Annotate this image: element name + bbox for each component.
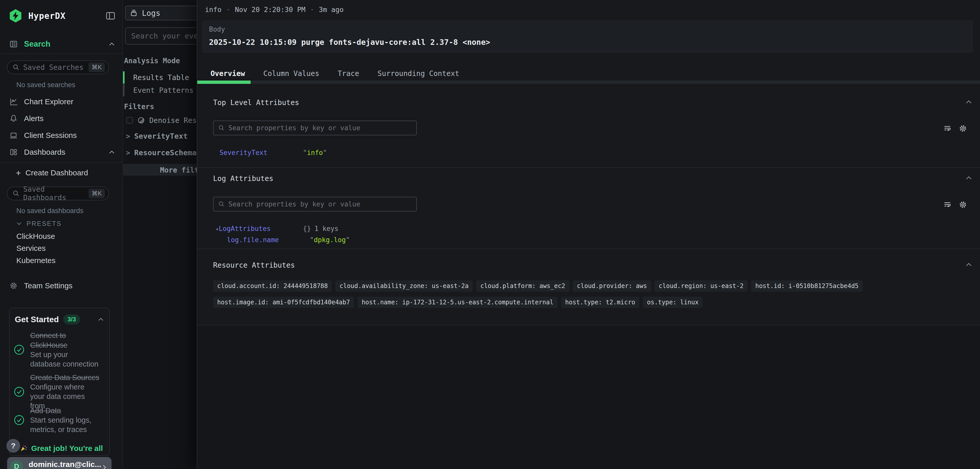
sidebar-item-label: Dashboards [24,148,65,157]
tree-caret-icon: ▾ [216,226,219,232]
sidebar-item-search[interactable]: Search [9,37,116,51]
search-icon [218,201,225,208]
divider [0,162,123,163]
denoise-label: Denoise Resul [149,116,197,125]
gear-icon[interactable] [959,124,967,133]
attribute-key[interactable]: log.file.name [227,236,279,244]
tree-root-key[interactable]: ▾LogAttributes [216,225,271,233]
saved-searches-input[interactable]: Saved Searches ⌘K [7,60,109,74]
step-title: Add Data [30,407,61,415]
chevron-up-icon [108,149,116,155]
search-filter-panel: Logs Analysis Mode Results Table Event P… [123,0,197,469]
presets-toggle[interactable]: PRESETS [16,219,62,228]
collapse-section-icon[interactable] [965,175,973,181]
collapse-section-icon[interactable] [965,261,973,268]
get-started-header[interactable]: Get Started 3/3 [15,314,105,325]
tab-overview[interactable]: Overview [210,69,245,78]
resource-chip: cloud.provider: aws [573,280,651,292]
mode-results-table[interactable]: Results Table [123,71,197,84]
preset-item-clickhouse[interactable]: ClickHouse [16,231,55,241]
denoise-checkbox[interactable] [126,117,133,124]
chevron-down-icon [16,221,22,226]
source-select[interactable]: Logs [125,6,197,21]
gear-icon [9,281,18,290]
create-dashboard-label: Create Dashboard [25,168,88,177]
event-detail-panel: info · Nov 20 2:20:30 PM · 3m ago Body 2… [197,0,980,469]
value-text: dpkg.log [314,236,346,244]
chevron-up-icon[interactable] [97,317,105,322]
preset-item-services[interactable]: Services [16,243,46,253]
filters-label: Filters [124,103,154,111]
sidebar-item-dashboards[interactable]: Dashboards [9,145,116,159]
severity-text: info [205,6,221,14]
shortcut-badge: ⌘K [89,189,105,198]
event-search-input[interactable] [131,32,197,40]
logs-source-icon [130,9,138,17]
log-attributes-search-input[interactable] [228,200,412,208]
sidebar-item-alerts[interactable]: Alerts [9,112,116,125]
celebration-message: Great job! You're all [20,444,103,453]
search-icon [13,64,20,71]
saved-searches-placeholder: Saved Searches [23,63,83,71]
resource-chip: os.type: linux [643,297,703,308]
gear-icon[interactable] [959,200,967,209]
sidebar-item-label: Alerts [24,114,44,123]
keys-count: 1 keys [314,225,339,233]
dot-separator: · [310,6,314,14]
resource-chip: host.name: ip-172-31-12-5.us-east-2.comp… [358,297,557,308]
chevron-up-icon [108,41,116,47]
wrap-lines-icon[interactable] [943,124,951,133]
laptop-icon [9,131,18,140]
divider [197,167,980,168]
step-description: Set up your database connection [30,350,99,368]
step-title: Create Data Sources [30,374,99,382]
body-label: Body [209,25,225,33]
tab-column-values[interactable]: Column Values [263,69,319,78]
preset-item-kubernetes[interactable]: Kubernetes [16,256,56,265]
hyperdx-logo-icon [8,9,23,23]
attribute-value: "info" [303,149,327,157]
quote: " [303,149,307,157]
plus-icon: + [16,168,21,178]
help-button[interactable]: ? [6,439,20,453]
check-circle-icon [14,415,24,425]
resource-chip-list: cloud.account.id: 244449518788 cloud.ava… [213,280,959,308]
saved-dashboards-input[interactable]: Saved Dashboards ⌘K [7,187,109,200]
preset-label: Kubernetes [16,256,56,265]
create-dashboard-button[interactable]: + Create Dashboard [16,166,88,180]
celebration-text: Great job! You're all [31,444,103,453]
log-attributes-search-box [213,197,417,212]
resource-chip: host.image.id: ami-0f5fcdfbd140e4ab7 [213,297,354,308]
divider [197,249,980,249]
top-level-search-input[interactable] [228,124,412,132]
attribute-key[interactable]: SeverityText [220,149,267,157]
get-started-item-add-data[interactable]: Add Data Start sending logs, metrics, or… [14,406,100,434]
sidebar-collapse-button[interactable] [105,11,116,21]
filter-group-severitytext[interactable]: > SeverityText [126,130,188,142]
attribute-value: "dpkg.log" [310,236,350,244]
get-started-title: Get Started [15,315,59,324]
dot-separator: · [226,6,230,14]
resource-chip: cloud.account.id: 244449518788 [213,280,332,292]
tab-trace[interactable]: Trace [338,69,359,78]
no-saved-dashboards-note: No saved dashboards [16,207,83,215]
step-description: Start sending logs, metrics, or traces [30,416,91,434]
sidebar-item-chart-explorer[interactable]: Chart Explorer [9,95,116,109]
step-title: Connect to ClickHouse [30,331,68,349]
collapse-section-icon[interactable] [965,99,973,105]
chevron-right-icon [101,464,107,469]
more-filters-label: More filters [160,166,197,174]
mode-event-patterns[interactable]: Event Patterns [123,84,197,97]
presets-label: PRESETS [27,220,62,227]
wrap-lines-icon[interactable] [943,201,951,209]
mode-label: Event Patterns [133,86,193,95]
tab-surrounding-context[interactable]: Surrounding Context [377,69,459,78]
user-menu[interactable]: D dominic.tran@clic... dominic.tran@clic… [7,457,111,469]
filter-group-resourceschemaurl[interactable]: > ResourceSchemaUrl [126,147,197,159]
more-filters-button[interactable]: More filters [123,164,197,176]
get-started-item-connect[interactable]: Connect to ClickHouse Set up your databa… [14,331,100,369]
get-started-item-sources[interactable]: Create Data Sources Configure where your… [14,372,100,410]
sidebar-item-client-sessions[interactable]: Client Sessions [9,128,116,142]
search-icon [13,190,20,197]
sidebar-item-team-settings[interactable]: Team Settings [9,279,116,293]
